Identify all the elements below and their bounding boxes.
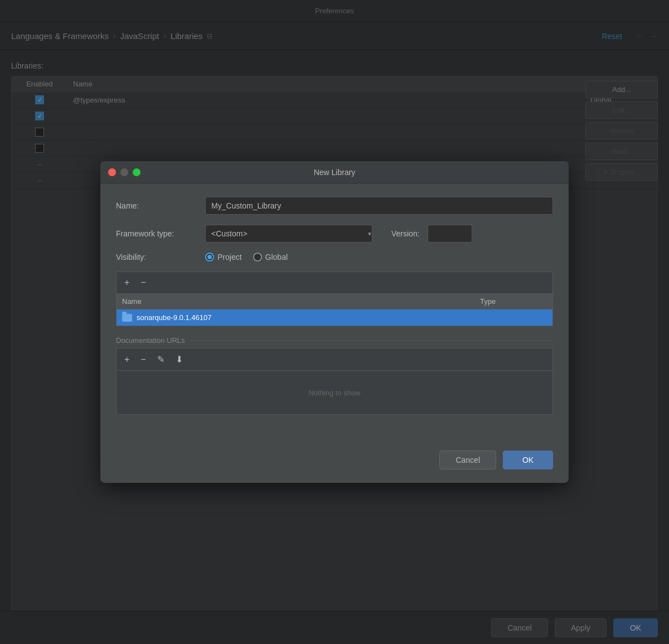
doc-remove-button[interactable]: − [138, 354, 148, 366]
visibility-radio-group: Project Global [205, 253, 288, 262]
files-toolbar: + − [116, 272, 553, 293]
modal-ok-button[interactable]: OK [503, 451, 553, 469]
radio-project-label: Project [217, 253, 242, 262]
modal-body: Name: Framework type: <Custom> AMD Commo… [100, 183, 569, 442]
files-remove-button[interactable]: − [138, 277, 148, 289]
traffic-light-minimize[interactable] [120, 168, 128, 176]
version-input[interactable] [428, 225, 472, 243]
radio-global-circle[interactable] [253, 253, 262, 262]
doc-toolbar: + − ✎ ⬇ [116, 348, 553, 370]
traffic-light-close[interactable] [108, 168, 116, 176]
modal-cancel-button[interactable]: Cancel [439, 451, 496, 469]
file-name: sonarqube-9.0.1.46107 [137, 313, 211, 322]
radio-global[interactable]: Global [253, 253, 288, 262]
framework-select-wrapper: <Custom> AMD CommonJS UMD [205, 225, 378, 243]
version-label: Version: [391, 229, 420, 238]
traffic-light-maximize[interactable] [133, 168, 140, 176]
name-label: Name: [116, 201, 205, 210]
doc-content: Nothing to show [116, 370, 553, 415]
files-add-button[interactable]: + [122, 277, 132, 289]
doc-section-label: Documentation URLs [116, 336, 553, 345]
doc-add-button[interactable]: + [122, 354, 132, 366]
files-section: + − Name Type sonarqube-9.0.1.46107 [116, 272, 553, 326]
modal-title: New Library [314, 168, 356, 177]
modal-footer: Cancel OK [100, 442, 569, 483]
doc-edit-button[interactable]: ✎ [155, 353, 167, 366]
documentation-section: Documentation URLs + − ✎ ⬇ Nothing to sh… [116, 336, 553, 415]
name-input[interactable] [205, 197, 553, 215]
traffic-lights [108, 168, 140, 176]
framework-select[interactable]: <Custom> AMD CommonJS UMD [205, 225, 372, 243]
files-table-header: Name Type [117, 294, 552, 309]
modal-overlay: New Library Name: Framework type: <Custo… [0, 0, 669, 644]
radio-project-circle[interactable] [205, 253, 214, 262]
files-col-header-type: Type [480, 297, 547, 306]
framework-form-row: Framework type: <Custom> AMD CommonJS UM… [116, 225, 553, 243]
visibility-form-row: Visibility: Project Global [116, 253, 553, 262]
visibility-label: Visibility: [116, 253, 205, 262]
folder-icon [122, 314, 132, 322]
files-table-row[interactable]: sonarqube-9.0.1.46107 [117, 309, 552, 326]
radio-global-label: Global [265, 253, 288, 262]
framework-label: Framework type: [116, 229, 205, 238]
modal-titlebar: New Library [100, 161, 569, 183]
files-col-header-name: Name [122, 297, 480, 306]
radio-project[interactable]: Project [205, 253, 242, 262]
files-table: Name Type sonarqube-9.0.1.46107 [116, 293, 553, 326]
doc-download-button[interactable]: ⬇ [173, 353, 185, 366]
modal-dialog: New Library Name: Framework type: <Custo… [100, 161, 569, 483]
doc-empty-text: Nothing to show [308, 389, 360, 397]
name-form-row: Name: [116, 197, 553, 215]
